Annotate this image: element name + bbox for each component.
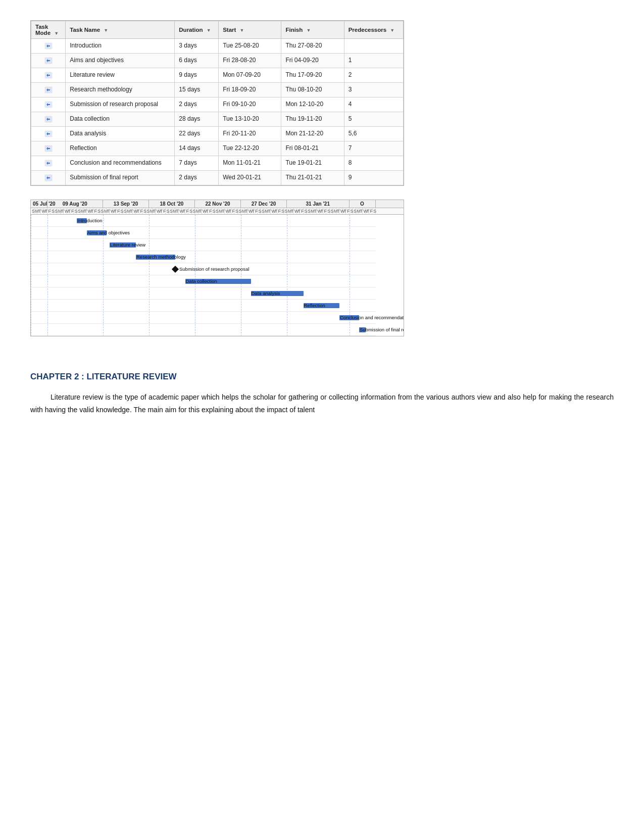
gantt-chart-wrapper: 05 Jul '2009 Aug '2013 Sep '2018 Oct '20… xyxy=(30,200,404,336)
gantt-task-label: Reflection xyxy=(304,303,325,308)
th-task-mode[interactable]: TaskMode ▼ xyxy=(31,21,66,39)
gantt-table: TaskMode ▼ Task Name ▼ Duration ▼ Start … xyxy=(31,21,404,185)
task-duration-cell: 2 days xyxy=(175,171,219,185)
task-pred-cell: 5 xyxy=(344,112,403,127)
gantt-month-label: O xyxy=(350,200,376,208)
task-start-cell: Tue 13-10-20 xyxy=(219,112,281,127)
gantt-task-row: Submission of final report xyxy=(31,324,376,336)
task-pred-cell: 4 xyxy=(344,97,403,112)
task-finish-cell: Mon 12-10-20 xyxy=(281,97,344,112)
task-finish-cell: Tue 19-01-21 xyxy=(281,156,344,171)
task-mode-cell xyxy=(31,112,66,127)
th-duration[interactable]: Duration ▼ xyxy=(175,21,219,39)
gantt-task-label: Literature review xyxy=(110,242,145,248)
task-duration-cell: 14 days xyxy=(175,141,219,156)
chapter-paragraph: Literature review is the type of academi… xyxy=(30,391,614,416)
gantt-task-row: Reflection xyxy=(31,300,376,312)
task-start-cell: Tue 25-08-20 xyxy=(219,39,281,54)
table-row: Aims and objectives 6 days Fri 28-08-20 … xyxy=(31,54,404,68)
th-start[interactable]: Start ▼ xyxy=(219,21,281,39)
task-duration-cell: 3 days xyxy=(175,39,219,54)
task-finish-cell: Thu 27-08-20 xyxy=(281,39,344,54)
chapter-title: CHAPTER 2 : LITERATURE REVIEW xyxy=(30,372,614,382)
gantt-task-row: Conclusion and recommendations xyxy=(31,312,376,324)
task-start-cell: Mon 07-09-20 xyxy=(219,68,281,83)
table-row: Conclusion and recommendations 7 days Mo… xyxy=(31,156,404,171)
task-name-cell: Research methodology xyxy=(66,83,175,97)
task-start-cell: Fri 18-09-20 xyxy=(219,83,281,97)
task-finish-cell: Thu 17-09-20 xyxy=(281,68,344,83)
task-name-cell: Literature review xyxy=(66,68,175,83)
th-finish[interactable]: Finish ▼ xyxy=(281,21,344,39)
table-row: Data analysis 22 days Fri 20-11-20 Mon 2… xyxy=(31,127,404,141)
table-row: Introduction 3 days Tue 25-08-20 Thu 27-… xyxy=(31,39,404,54)
task-mode-cell xyxy=(31,97,66,112)
task-mode-cell xyxy=(31,171,66,185)
gantt-month-label: 09 Aug '20 xyxy=(47,200,104,208)
task-duration-cell: 15 days xyxy=(175,83,219,97)
task-duration-cell: 22 days xyxy=(175,127,219,141)
gantt-task-label: Data collection xyxy=(186,278,217,284)
task-name-cell: Conclusion and recommendations xyxy=(66,156,175,171)
task-mode-icon xyxy=(35,57,61,65)
table-row: Submission of research proposal 2 days F… xyxy=(31,97,404,112)
table-row: Research methodology 15 days Fri 18-09-2… xyxy=(31,83,404,97)
task-mode-icon xyxy=(35,71,61,79)
task-pred-cell: 9 xyxy=(344,171,403,185)
gantt-task-row: Submission of research proposal xyxy=(31,263,376,275)
task-name-cell: Submission of final report xyxy=(66,171,175,185)
gantt-month-label: 13 Sep '20 xyxy=(103,200,149,208)
gantt-task-label: Conclusion and recommendations xyxy=(340,315,404,320)
task-finish-cell: Fri 04-09-20 xyxy=(281,54,344,68)
task-finish-cell: Fri 08-01-21 xyxy=(281,141,344,156)
gantt-month-label: 27 Dec '20 xyxy=(241,200,287,208)
chapter-section: CHAPTER 2 : LITERATURE REVIEW Literature… xyxy=(30,367,614,416)
task-pred-cell: 2 xyxy=(344,68,403,83)
task-mode-icon xyxy=(35,42,61,50)
task-start-cell: Fri 20-11-20 xyxy=(219,127,281,141)
gantt-milestone xyxy=(172,266,179,273)
gantt-month-label: 05 Jul '20 xyxy=(31,200,47,208)
th-task-name[interactable]: Task Name ▼ xyxy=(66,21,175,39)
gantt-task-row: Data analysis xyxy=(31,287,376,300)
task-duration-cell: 28 days xyxy=(175,112,219,127)
task-duration-cell: 6 days xyxy=(175,54,219,68)
task-mode-cell xyxy=(31,127,66,141)
task-finish-cell: Thu 08-10-20 xyxy=(281,83,344,97)
gantt-month-label: 31 Jan '21 xyxy=(287,200,350,208)
task-mode-icon xyxy=(35,115,61,123)
task-name-cell: Submission of research proposal xyxy=(66,97,175,112)
task-mode-icon xyxy=(35,144,61,153)
gantt-task-row: Aims and objectives xyxy=(31,227,376,239)
task-name-cell: Introduction xyxy=(66,39,175,54)
gantt-task-label: Submission of final report xyxy=(360,327,404,332)
task-mode-cell xyxy=(31,83,66,97)
th-predecessors[interactable]: Predecessors ▼ xyxy=(344,21,403,39)
gantt-month-label: 22 Nov '20 xyxy=(195,200,241,208)
gantt-table-wrapper: TaskMode ▼ Task Name ▼ Duration ▼ Start … xyxy=(30,20,404,186)
gantt-task-label: Research methodology xyxy=(136,254,186,260)
task-finish-cell: Thu 21-01-21 xyxy=(281,171,344,185)
task-duration-cell: 2 days xyxy=(175,97,219,112)
gantt-subheader-days: SMTWTFSSMTWTFSSMTWTFSSMTWTFSSMTWTFSSMTWT… xyxy=(31,208,404,215)
task-pred-cell: 8 xyxy=(344,156,403,171)
task-start-cell: Fri 28-08-20 xyxy=(219,54,281,68)
task-mode-icon xyxy=(35,86,61,94)
gantt-task-label: Submission of research proposal xyxy=(179,266,249,272)
gantt-task-row: Literature review xyxy=(31,239,376,251)
task-mode-cell xyxy=(31,54,66,68)
table-row: Literature review 9 days Mon 07-09-20 Th… xyxy=(31,68,404,83)
gantt-header-months: 05 Jul '2009 Aug '2013 Sep '2018 Oct '20… xyxy=(31,200,404,208)
task-start-cell: Fri 09-10-20 xyxy=(219,97,281,112)
task-pred-cell: 7 xyxy=(344,141,403,156)
task-name-cell: Data collection xyxy=(66,112,175,127)
task-start-cell: Tue 22-12-20 xyxy=(219,141,281,156)
gantt-task-label: Introduction xyxy=(77,218,103,223)
task-duration-cell: 7 days xyxy=(175,156,219,171)
gantt-task-row: Research methodology xyxy=(31,251,376,263)
task-mode-cell xyxy=(31,39,66,54)
task-name-cell: Reflection xyxy=(66,141,175,156)
task-name-cell: Aims and objectives xyxy=(66,54,175,68)
gantt-task-label: Aims and objectives xyxy=(87,230,130,235)
task-finish-cell: Mon 21-12-20 xyxy=(281,127,344,141)
